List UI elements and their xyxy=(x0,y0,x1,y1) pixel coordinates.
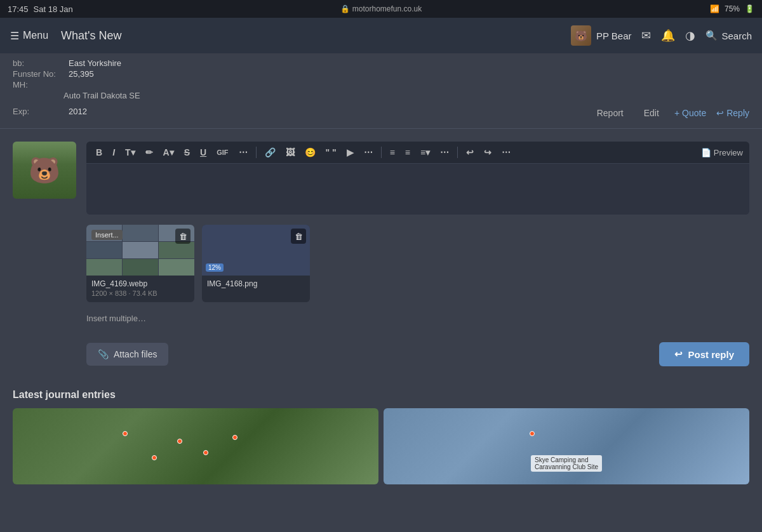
location-label: bb: xyxy=(13,58,64,68)
text-size-button[interactable]: T▾ xyxy=(122,145,138,159)
file-preview-2: 🗑 12% xyxy=(202,225,310,276)
font-color-button[interactable]: A▾ xyxy=(160,145,177,159)
attach-files-button[interactable]: 📎 Attach files xyxy=(86,343,168,366)
ordered-list-button[interactable]: ≡ xyxy=(402,145,413,159)
reply-icon: ↩ xyxy=(674,349,683,360)
thumb-cell xyxy=(123,259,158,276)
search-label: Search xyxy=(721,30,752,41)
user-info-section: bb: East Yorkshire Funster No: 25,395 MH… xyxy=(0,53,762,129)
file-info-2: IMG_4168.png xyxy=(202,276,310,295)
insert-multiple-button[interactable]: Insert multiple… xyxy=(86,310,146,327)
undo-button[interactable]: ↩ xyxy=(463,145,477,159)
paperclip-icon: 📎 xyxy=(98,349,109,359)
bold-button[interactable]: B xyxy=(93,145,105,159)
theme-icon[interactable]: ◑ xyxy=(685,29,695,43)
unordered-list-button[interactable]: ≡ xyxy=(387,145,398,159)
time: 17:45 xyxy=(8,4,29,14)
url: motorhomefun.co.uk xyxy=(352,4,422,13)
reply-button[interactable]: ↩ Reply xyxy=(716,108,749,118)
navbar: ☰ Menu What's New 🐻 PP Bear ✉ 🔔 ◑ 🔍 Sear… xyxy=(0,18,762,53)
post-actions: Report Edit + Quote ↩ Reply xyxy=(592,105,749,121)
search-button[interactable]: 🔍 Search xyxy=(705,30,752,41)
toolbar-sep-3 xyxy=(457,147,458,158)
link-button[interactable]: 🔗 xyxy=(262,145,279,159)
emoji-button[interactable]: 😊 xyxy=(302,145,319,159)
exp-label: Exp: xyxy=(13,107,64,116)
reply-label: Reply xyxy=(726,108,749,118)
map-pin xyxy=(177,439,182,444)
preview-button[interactable]: 📄 Preview xyxy=(701,148,743,157)
thumb-cell xyxy=(86,242,122,258)
file-meta-1: 762 × 532 · 73.4 KB xyxy=(91,289,189,297)
file-name-2: IMG_4168.png xyxy=(207,279,305,288)
editor-body[interactable] xyxy=(86,164,749,215)
underline-button[interactable]: U xyxy=(197,145,210,159)
map-right: Skye Camping and Caravanning Club Site xyxy=(384,408,749,484)
preview-label: Preview xyxy=(714,148,743,157)
file-thumbnails: Insert... 🗑 IMG_4169.webp 762 × 532 · 7… xyxy=(86,225,749,302)
more-format-button[interactable]: ⋯ xyxy=(236,145,251,159)
navbar-right: 🐻 PP Bear ✉ 🔔 ◑ 🔍 Search xyxy=(571,25,752,46)
toolbar-sep-2 xyxy=(381,147,382,158)
funster-label: Funster No: xyxy=(13,69,64,79)
plus-icon: + xyxy=(674,108,679,118)
map-label-line2: Caravanning Club Site xyxy=(535,463,598,470)
insert-label-1[interactable]: Insert... xyxy=(91,230,123,240)
journal-map-2[interactable]: Skye Camping and Caravanning Club Site xyxy=(384,408,749,484)
mh-value-row: Auto Trail Dakota SE xyxy=(13,91,749,100)
mh-value: Auto Trail Dakota SE xyxy=(64,91,140,100)
file-info-1: IMG_4169.webp 762 × 532 · 73.4 KB xyxy=(86,276,194,302)
strikethrough-button[interactable]: S xyxy=(181,145,193,159)
progress-badge-2: 12% xyxy=(206,263,224,272)
blockquote-button[interactable]: " " xyxy=(323,145,340,159)
toolbar-right: 📄 Preview xyxy=(701,148,743,157)
report-button[interactable]: Report xyxy=(592,105,629,121)
bell-icon[interactable]: 🔔 xyxy=(661,29,675,43)
post-reply-label: Post reply xyxy=(688,349,734,360)
map-overlay: Skye Camping and Caravanning Club Site xyxy=(531,455,602,472)
whats-new-link[interactable]: What's New xyxy=(61,29,121,43)
image-button[interactable]: 🖼 xyxy=(283,145,298,159)
map-pin xyxy=(530,431,535,436)
thumb-cell xyxy=(159,242,194,258)
highlight-button[interactable]: ✏ xyxy=(142,145,156,159)
thumb-cell xyxy=(86,259,122,276)
mail-icon[interactable]: ✉ xyxy=(641,29,651,43)
editor-avatar: 🐻 xyxy=(13,142,76,199)
status-bar-right: 📶 75% 🔋 xyxy=(710,4,754,13)
file-thumb-2: 🗑 12% IMG_4168.png xyxy=(202,225,310,302)
redo-button[interactable]: ↪ xyxy=(481,145,495,159)
location-value: East Yorkshire xyxy=(69,58,121,68)
more-list-button[interactable]: ⋯ xyxy=(437,145,452,159)
thumb-cell xyxy=(159,259,194,276)
file-attach-area: Insert... 🗑 IMG_4169.webp 762 × 532 · 7… xyxy=(0,215,762,327)
more-insert-button[interactable]: ⋯ xyxy=(361,145,376,159)
mh-row: MH: xyxy=(13,80,749,90)
status-bar: 17:45 Sat 18 Jan 🔒 motorhomefun.co.uk 📶 … xyxy=(0,0,762,18)
align-button[interactable]: ≡▾ xyxy=(417,145,433,159)
delete-file-2-button[interactable]: 🗑 xyxy=(291,229,306,244)
journal-map-1[interactable] xyxy=(13,408,378,484)
map-pin xyxy=(232,435,237,440)
post-reply-button[interactable]: ↩ Post reply xyxy=(659,342,749,366)
avatar: 🐻 xyxy=(571,25,591,46)
italic-button[interactable]: I xyxy=(109,145,118,159)
thumb-cell xyxy=(123,225,158,241)
menu-label: Menu xyxy=(23,30,48,41)
edit-button[interactable]: Edit xyxy=(639,105,664,121)
journal-section: Latest journal entries Skye Camping and … xyxy=(0,379,762,495)
user-profile[interactable]: 🐻 PP Bear xyxy=(571,25,632,46)
editor-toolbar: B I T▾ ✏ A▾ S U GIF ⋯ 🔗 🖼 😊 " " ▶ ⋯ ≡ ≡ … xyxy=(86,142,749,164)
map-pin xyxy=(123,431,128,436)
video-button[interactable]: ▶ xyxy=(344,145,357,159)
gif-button[interactable]: GIF xyxy=(213,147,231,158)
map-left xyxy=(13,408,378,484)
more-history-button[interactable]: ⋯ xyxy=(498,145,514,159)
exp-value: 2012 xyxy=(69,107,87,116)
quote-button[interactable]: + Quote xyxy=(674,108,706,118)
file-preview-1: Insert... 🗑 xyxy=(86,225,194,276)
editor-section: 🐻 B I T▾ ✏ A▾ S U GIF ⋯ 🔗 🖼 😊 " " ▶ ⋯ ≡ … xyxy=(0,129,762,215)
thumb-cell xyxy=(123,242,158,258)
delete-file-1-button[interactable]: 🗑 xyxy=(175,229,190,244)
menu-button[interactable]: ☰ Menu xyxy=(10,30,48,42)
